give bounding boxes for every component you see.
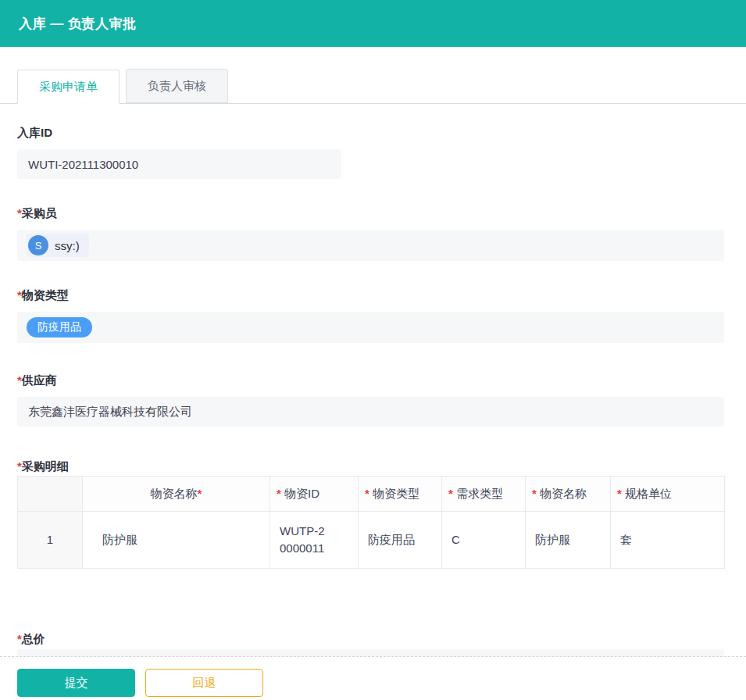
purchase-detail-table: 物资名称** 物资ID* 物资类型* 需求类型* 物资名称* 规格单位 1防护服… — [17, 476, 725, 569]
total-price-field[interactable] — [17, 649, 724, 656]
tab-purchase-request-label: 采购申请单 — [39, 80, 98, 95]
detail-cell: 防疫用品 — [359, 512, 442, 569]
purchaser-name: ssy:) — [55, 239, 80, 252]
detail-cell: C — [442, 512, 526, 569]
detail-column-header: * 规格单位 — [611, 477, 725, 512]
return-button[interactable]: 回退 — [145, 669, 263, 697]
detail-column-header: 物资名称* — [83, 477, 270, 512]
header-bar: 入库 — 负责人审批 — [0, 0, 746, 47]
page-title: 入库 — 负责人审批 — [19, 15, 136, 33]
form-content: 入库ID WUTI-202111300010 *采购员 S ssy:) *物资类… — [0, 125, 746, 656]
tab-bar: 采购申请单 负责人审核 — [0, 70, 746, 104]
warehouse-id-group: 入库ID WUTI-202111300010 — [17, 125, 724, 179]
purchase-detail-group: *采购明细 物资名称** 物资ID* 物资类型* 需求类型* 物资名称* 规格单… — [17, 459, 724, 569]
detail-cell: 套 — [611, 512, 725, 569]
tab-manager-review[interactable]: 负责人审核 — [126, 69, 228, 103]
purchaser-chip: S ssy:) — [27, 234, 89, 257]
detail-column-header: * 物资ID — [270, 477, 359, 512]
detail-column-header — [18, 477, 83, 512]
supplier-label: *供应商 — [17, 373, 724, 388]
material-type-label: *物资类型 — [17, 288, 724, 303]
detail-cell: WUTP-2 0000011 — [270, 512, 359, 569]
detail-column-header: * 物资类型 — [359, 477, 442, 512]
submit-button[interactable]: 提交 — [17, 669, 135, 697]
detail-column-header: * 物资名称 — [526, 477, 611, 512]
table-body: 1防护服WUTP-2 0000011防疫用品C防护服套 — [18, 512, 725, 569]
table-row: 1防护服WUTP-2 0000011防疫用品C防护服套 — [18, 512, 725, 569]
avatar: S — [28, 235, 48, 255]
material-type-field[interactable]: 防疫用品 — [17, 312, 724, 343]
detail-column-header: * 需求类型 — [442, 477, 526, 512]
material-type-tag: 防疫用品 — [27, 317, 92, 338]
table-header-row: 物资名称** 物资ID* 物资类型* 需求类型* 物资名称* 规格单位 — [18, 477, 725, 512]
material-type-group: *物资类型 防疫用品 — [17, 288, 724, 343]
footer-bar: 提交 回退 — [0, 656, 746, 697]
supplier-group: *供应商 东莞鑫沣医疗器械科技有限公司 — [17, 373, 724, 427]
purchaser-field[interactable]: S ssy:) — [17, 230, 724, 261]
detail-cell: 防护服 — [526, 512, 611, 569]
tab-purchase-request[interactable]: 采购申请单 — [17, 70, 120, 104]
purchaser-group: *采购员 S ssy:) — [17, 205, 724, 261]
detail-cell: 防护服 — [83, 512, 270, 569]
total-price-label: *总价 — [17, 631, 724, 647]
supplier-field[interactable]: 东莞鑫沣医疗器械科技有限公司 — [17, 397, 724, 427]
purchaser-label: *采购员 — [17, 205, 724, 221]
detail-cell: 1 — [18, 512, 83, 569]
purchase-detail-label: *采购明细 — [17, 459, 724, 474]
warehouse-id-field[interactable]: WUTI-202111300010 — [17, 149, 341, 179]
total-price-group: *总价 — [17, 631, 724, 656]
warehouse-id-label: 入库ID — [17, 125, 724, 141]
tab-manager-review-label: 负责人审核 — [148, 79, 206, 94]
